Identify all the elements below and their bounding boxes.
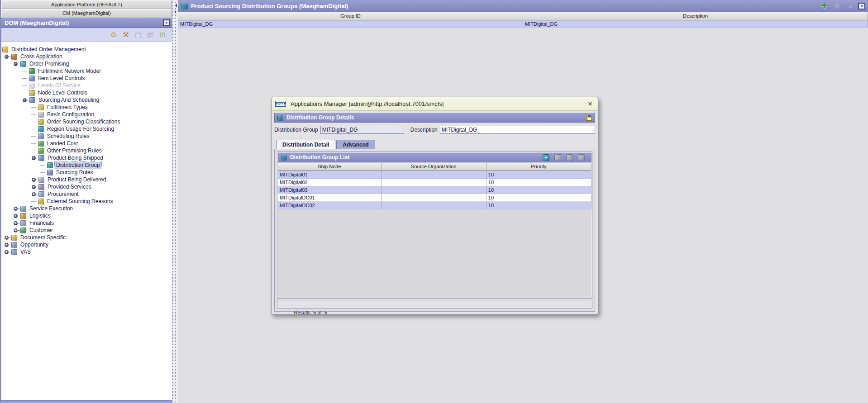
tree-item-procurement[interactable]: +Procurement (1, 190, 172, 198)
table-cell: 10 (486, 171, 591, 179)
table-row[interactable]: MITDigital0310 (278, 186, 591, 194)
app-bar-label: CM (MaeghamDigital) (62, 10, 111, 16)
tree-item-logistics[interactable]: +Logistics (1, 212, 172, 219)
sidebar-close-icon[interactable]: × (163, 19, 170, 26)
collapse-left-icon[interactable] (173, 4, 177, 7)
tree-item-financials[interactable]: +Financials (1, 219, 172, 227)
collapse-handle-icon[interactable] (22, 97, 28, 103)
tree-item-basic-configuration[interactable]: Basic Configuration (1, 111, 172, 118)
tree-item-sourcing-and-scheduling[interactable]: Sourcing And Scheduling (1, 96, 172, 104)
tree-item-fulfillment-types[interactable]: Fulfillment Types (1, 104, 172, 111)
column-header[interactable]: Ship Node (278, 163, 382, 171)
distribution-group-input[interactable] (320, 126, 404, 134)
table-cell: MITDigital02 (278, 179, 382, 186)
expand-handle-icon[interactable]: + (31, 191, 37, 197)
details-section-header: Distribution Group Details (274, 113, 595, 123)
table-row[interactable]: MITDigital0210 (278, 179, 591, 186)
tree-item-landed-cost[interactable]: Landed Cost (1, 140, 172, 147)
tree-item-item-level-controls[interactable]: Item Level Controls (1, 75, 172, 82)
expand-handle-icon[interactable]: + (13, 220, 19, 226)
column-header[interactable]: Source Organization (382, 163, 486, 171)
expand-handle-icon[interactable]: + (4, 249, 10, 255)
expand-handle-icon[interactable]: + (13, 228, 19, 233)
app-bar-label: Application Platform (DEFAULT) (51, 2, 122, 7)
save-icon[interactable] (586, 115, 592, 121)
dialog-close-icon[interactable]: × (587, 100, 593, 108)
expand-right-icon[interactable] (175, 10, 178, 14)
configure-hammer-icon[interactable]: ⚒ (122, 31, 130, 39)
distribution-group-label: Distribution Group (274, 127, 318, 133)
tree-item-external-sourcing-reasons[interactable]: External Sourcing Reasons (1, 198, 172, 205)
description-input[interactable] (440, 126, 595, 134)
table-row[interactable]: MITDigital_DGMITDigital_DG (178, 20, 868, 28)
expand-handle-icon[interactable]: + (13, 213, 19, 219)
tree-item-levels-of-service[interactable]: Levels Of Service (1, 82, 172, 89)
logistics-icon (20, 213, 26, 219)
tree-item-distribution-group[interactable]: Distribution Group (1, 161, 172, 169)
app-bar-cm[interactable]: CM (MaeghamDigital) (1, 9, 172, 17)
tree-item-provided-services[interactable]: +Provided Services (1, 183, 172, 190)
column-header[interactable]: Priority (486, 163, 591, 171)
settings-gear-icon: ⚙ (833, 2, 841, 10)
tree-item-sourcing-rules[interactable]: Sourcing Rules (1, 169, 172, 176)
collapse-handle-icon[interactable] (13, 61, 19, 67)
tree-item-order-promising[interactable]: Order Promising (1, 60, 172, 67)
expand-handle-icon[interactable]: + (31, 184, 37, 190)
column-header[interactable]: Description (523, 12, 868, 20)
expander-knob: + (32, 185, 36, 189)
tree-item-cross-application[interactable]: Cross Application (1, 53, 172, 60)
app-bar-application-platform[interactable]: Application Platform (DEFAULT) (1, 0, 172, 9)
tree-item-product-being-shipped[interactable]: Product Being Shipped (1, 154, 172, 161)
main-panel-header: Product Sourcing Distribution Groups (Ma… (178, 0, 868, 12)
dialog-title: Applications Manager [admin@http://local… (291, 100, 587, 107)
collapse-handle-icon[interactable] (4, 54, 10, 60)
tree-connector (40, 165, 45, 166)
tab-advanced[interactable]: Advanced (336, 140, 375, 149)
tree-item-label: Cross Application (19, 53, 64, 60)
table-header-row: Group IDDescription (178, 12, 868, 20)
tree-item-order-sourcing-classifications[interactable]: Order Sourcing Classifications (1, 118, 172, 125)
export-icon[interactable]: ⊞ (158, 31, 167, 39)
tree-item-product-being-delivered[interactable]: +Product Being Delivered (1, 176, 172, 183)
sourcing-rules-icon (47, 170, 53, 175)
delete-icon: × (846, 2, 854, 10)
sidebar-panel-title: DOM (MaeghamDigital) (5, 19, 163, 26)
tree-item-label: Item Level Controls (37, 75, 86, 82)
tree-connector (31, 122, 36, 122)
add-distribution-group-icon[interactable]: ✚ (820, 2, 828, 10)
tree-item-scheduling-rules[interactable]: Scheduling Rules (1, 133, 172, 140)
tree-item-customer[interactable]: +Customer (1, 227, 172, 234)
add-ship-node-icon[interactable]: + (543, 154, 549, 161)
sidebar-panel-header: DOM (MaeghamDigital) × (1, 17, 172, 28)
expand-handle-icon[interactable]: + (4, 242, 10, 248)
tree-item-distributed-order-management[interactable]: Distributed Order Management (1, 46, 172, 53)
tree-item-vas[interactable]: +VAS (1, 248, 172, 256)
delivered-house-icon (38, 177, 44, 183)
table-row[interactable]: MITDigital0110 (278, 171, 591, 179)
tab-distribution-detail[interactable]: Distribution Detail (276, 140, 335, 149)
tree-item-other-promising-rules[interactable]: Other Promising Rules (1, 147, 172, 154)
column-header[interactable]: Group ID (178, 12, 523, 20)
collapse-handle-icon[interactable] (31, 155, 37, 161)
table-row[interactable]: MITDigitalDC0210 (278, 202, 591, 209)
dialog-titlebar[interactable]: IBM Applications Manager [admin@http://l… (272, 97, 598, 111)
tree-item-opportunity[interactable]: +Opportunity (1, 241, 172, 248)
tree-item-region-usage-for-sourcing[interactable]: Region Usage For Sourcing (1, 125, 172, 133)
expand-handle-icon[interactable]: + (4, 235, 10, 241)
tree-item-label: Product Being Delivered (46, 176, 107, 183)
table-row[interactable]: MITDigitalDC0110 (278, 194, 591, 202)
splitter[interactable] (172, 0, 178, 403)
table-cell: 10 (486, 186, 591, 194)
expand-handle-icon[interactable]: + (31, 177, 37, 183)
tree-item-document-specific[interactable]: +Document Specific (1, 234, 172, 241)
expander-knob (5, 55, 9, 59)
main-panel-close-icon[interactable]: × (858, 3, 865, 9)
tree-item-fulfillment-network-model[interactable]: Fulfillment Network Model (1, 67, 172, 75)
expand-handle-icon[interactable]: + (13, 206, 19, 212)
table-cell (382, 171, 486, 179)
tree-item-node-level-controls[interactable]: Node Level Controls (1, 89, 172, 96)
rules-gear-icon[interactable]: ⚙ (110, 31, 118, 39)
tree-item-service-execution[interactable]: +Service Execution (1, 205, 172, 212)
levels-cart-icon (29, 83, 35, 89)
ship-node-table: Ship NodeSource OrganizationPriorityMITD… (278, 163, 591, 209)
